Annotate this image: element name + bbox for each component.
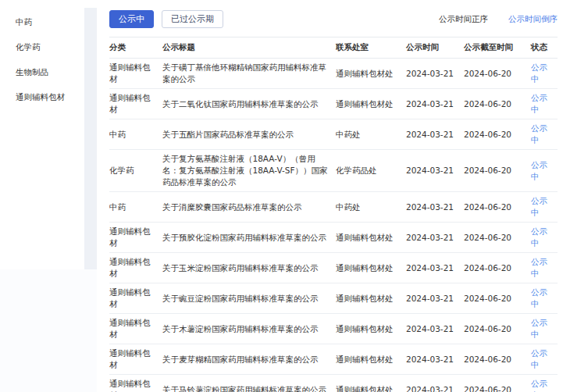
cell-status: 公示中 (531, 283, 558, 314)
cell-status: 公示中 (531, 223, 558, 253)
status-link[interactable]: 公示中 (531, 257, 547, 278)
cell-publish-date: 2024-03-21 (406, 314, 464, 344)
status-link[interactable]: 公示中 (531, 196, 547, 217)
status-link[interactable]: 公示中 (531, 287, 547, 308)
table-row: 通则辅料包材关于预胶化淀粉国家药用辅料标准草案的公示通则辅料包材处2024-03… (109, 223, 558, 253)
cell-status: 公示中 (531, 150, 558, 192)
status-link[interactable]: 公示中 (531, 123, 547, 144)
cell-end-date: 2024-06-20 (464, 253, 531, 283)
tab-past-publicity[interactable]: 已过公示期 (162, 10, 223, 28)
table-row: 通则辅料包材关于二氧化钛国家药用辅料标准草案的公示通则辅料包材处2024-03-… (109, 89, 558, 119)
cell-publish-date: 2024-03-21 (406, 344, 464, 375)
toolbar: 公示中 已过公示期 公示时间正序 公示时间倒序 (97, 0, 570, 28)
cell-category: 通则辅料包材 (109, 375, 162, 392)
cell-category: 化学药 (109, 150, 162, 192)
cell-category: 通则辅料包材 (109, 253, 162, 283)
status-link[interactable]: 公示中 (531, 93, 547, 114)
cell-department: 化学药品处 (336, 150, 406, 192)
cell-department: 通则辅料包材处 (336, 375, 406, 392)
cell-publish-date: 2024-03-21 (406, 223, 464, 253)
cell-end-date: 2024-06-20 (464, 89, 531, 119)
cell-end-date: 2024-06-20 (464, 223, 531, 253)
cell-status: 公示中 (531, 253, 558, 283)
cell-publish-date: 2024-03-21 (406, 150, 464, 192)
column-header-title: 公示标题 (162, 37, 336, 59)
cell-title[interactable]: 关于玉米淀粉国家药用辅料标准草案的公示 (162, 253, 336, 283)
sidebar-item-zhongyao[interactable]: 中药 (0, 10, 84, 35)
cell-department: 通则辅料包材处 (336, 253, 406, 283)
column-header-status: 状态 (531, 37, 558, 59)
cell-end-date: 2024-06-20 (464, 150, 531, 192)
cell-category: 通则辅料包材 (109, 59, 162, 89)
cell-title[interactable]: 关于马铃薯淀粉国家药用辅料标准草案的公示 (162, 375, 336, 392)
cell-status: 公示中 (531, 89, 558, 119)
status-link[interactable]: 公示中 (531, 318, 547, 339)
table-row: 通则辅料包材关于磺丁基倍他环糊精钠国家药用辅料标准草案的公示通则辅料包材处202… (109, 59, 558, 89)
cell-title[interactable]: 关于复方氨基酸注射液（18AA-V）（曾用名：复方氨基酸注射液（18AA-V-S… (162, 150, 336, 192)
tab-in-publicity[interactable]: 公示中 (109, 10, 154, 28)
sort-time-desc-link[interactable]: 公示时间倒序 (508, 14, 558, 25)
cell-title[interactable]: 关于木薯淀粉国家药用辅料标准草案的公示 (162, 314, 336, 344)
cell-title[interactable]: 关于五酯片国家药品标准草案的公示 (162, 119, 336, 150)
cell-title[interactable]: 关于预胶化淀粉国家药用辅料标准草案的公示 (162, 223, 336, 253)
cell-department: 中药处 (336, 119, 406, 150)
table-row: 通则辅料包材关于玉米淀粉国家药用辅料标准草案的公示通则辅料包材处2024-03-… (109, 253, 558, 283)
cell-title[interactable]: 关于麦芽糊精国家药用辅料标准草案的公示 (162, 344, 336, 375)
cell-department: 通则辅料包材处 (336, 283, 406, 314)
sidebar-gap (84, 8, 97, 269)
cell-title[interactable]: 关于消糜胶囊国家药品标准草案的公示 (162, 192, 336, 223)
cell-status: 公示中 (531, 314, 558, 344)
cell-department: 通则辅料包材处 (336, 223, 406, 253)
cell-status: 公示中 (531, 59, 558, 89)
table-row: 通则辅料包材关于木薯淀粉国家药用辅料标准草案的公示通则辅料包材处2024-03-… (109, 314, 558, 344)
sidebar-item-tongzefuliaobaocai[interactable]: 通则辅料包材 (0, 85, 84, 110)
notice-table: 分类 公示标题 联系处室 公示时间 公示截至时间 状态 通则辅料包材关于磺丁基倍… (109, 37, 558, 392)
cell-category: 通则辅料包材 (109, 283, 162, 314)
cell-publish-date: 2024-03-21 (406, 375, 464, 392)
status-link[interactable]: 公示中 (531, 160, 547, 181)
cell-title[interactable]: 关于豌豆淀粉国家药用辅料标准草案的公示 (162, 283, 336, 314)
status-link[interactable]: 公示中 (531, 226, 547, 248)
cell-status: 公示中 (531, 192, 558, 223)
status-link[interactable]: 公示中 (531, 62, 547, 84)
cell-title[interactable]: 关于二氧化钛国家药用辅料标准草案的公示 (162, 89, 336, 119)
table-row: 通则辅料包材关于马铃薯淀粉国家药用辅料标准草案的公示通则辅料包材处2024-03… (109, 375, 558, 392)
cell-publish-date: 2024-03-21 (406, 119, 464, 150)
cell-department: 通则辅料包材处 (336, 59, 406, 89)
cell-department: 通则辅料包材处 (336, 344, 406, 375)
cell-category: 通则辅料包材 (109, 344, 162, 375)
cell-category: 通则辅料包材 (109, 314, 162, 344)
table-row: 通则辅料包材关于麦芽糊精国家药用辅料标准草案的公示通则辅料包材处2024-03-… (109, 344, 558, 375)
sort-time-asc-link[interactable]: 公示时间正序 (439, 14, 488, 25)
cell-end-date: 2024-06-20 (464, 192, 531, 223)
cell-department: 通则辅料包材处 (336, 89, 406, 119)
cell-department: 中药处 (336, 192, 406, 223)
cell-end-date: 2024-06-20 (464, 283, 531, 314)
cell-publish-date: 2024-03-21 (406, 192, 464, 223)
table-row: 通则辅料包材关于豌豆淀粉国家药用辅料标准草案的公示通则辅料包材处2024-03-… (109, 283, 558, 314)
cell-end-date: 2024-06-20 (464, 59, 531, 89)
cell-end-date: 2024-06-20 (464, 344, 531, 375)
main-panel: 公示中 已过公示期 公示时间正序 公示时间倒序 分类 公示标题 联系处室 公示时… (97, 0, 570, 392)
cell-status: 公示中 (531, 119, 558, 150)
column-header-publish-date: 公示时间 (406, 37, 464, 59)
cell-end-date: 2024-06-20 (464, 375, 531, 392)
cell-publish-date: 2024-03-21 (406, 253, 464, 283)
table-row: 中药关于五酯片国家药品标准草案的公示中药处2024-03-212024-06-2… (109, 119, 558, 150)
sidebar-item-huaxueyao[interactable]: 化学药 (0, 35, 84, 60)
table-header-row: 分类 公示标题 联系处室 公示时间 公示截至时间 状态 (109, 37, 558, 59)
page-background-lower (0, 269, 97, 392)
status-link[interactable]: 公示中 (531, 379, 547, 392)
cell-end-date: 2024-06-20 (464, 119, 531, 150)
table-row: 化学药关于复方氨基酸注射液（18AA-V）（曾用名：复方氨基酸注射液（18AA-… (109, 150, 558, 192)
cell-title[interactable]: 关于磺丁基倍他环糊精钠国家药用辅料标准草案的公示 (162, 59, 336, 89)
table-row: 中药关于消糜胶囊国家药品标准草案的公示中药处2024-03-212024-06-… (109, 192, 558, 223)
cell-department: 通则辅料包材处 (336, 314, 406, 344)
column-header-category: 分类 (109, 37, 162, 59)
status-link[interactable]: 公示中 (531, 348, 547, 369)
cell-end-date: 2024-06-20 (464, 314, 531, 344)
column-header-department: 联系处室 (336, 37, 406, 59)
cell-category: 中药 (109, 192, 162, 223)
sidebar-item-shengwuzhipin[interactable]: 生物制品 (0, 60, 84, 85)
cell-publish-date: 2024-03-21 (406, 283, 464, 314)
